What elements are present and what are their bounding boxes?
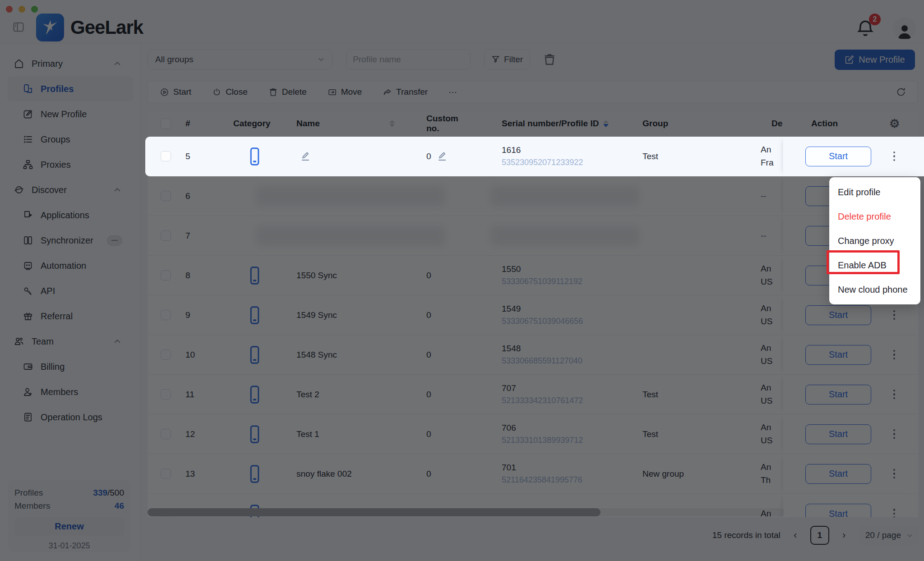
row-number: 5 [175,137,220,176]
app-window: GeeLark 2 Primary Profiles New Profile G… [0,0,924,561]
profile-id: 535230952071233922 [502,157,583,167]
context-menu-item-delete-profile[interactable]: Delete profile [829,204,920,229]
serial-cell: 1616 535230952071233922 [473,137,615,176]
profile-name-cell [287,137,397,176]
table-row[interactable]: 5 0 1616 535230952071233922 Test AnFra S… [148,137,918,176]
group-cell: Test [615,137,744,176]
row-menu-kebab-icon[interactable] [888,150,900,163]
dim-overlay [0,0,924,561]
row-checkbox[interactable] [161,151,171,161]
row-context-menu: Edit profile Delete profile Change proxy… [829,177,920,304]
custom-no-cell: 0 [397,137,473,176]
context-menu-item-edit-profile[interactable]: Edit profile [829,180,920,204]
start-button[interactable]: Start [805,147,871,166]
context-menu-item-new-cloud-phone[interactable]: New cloud phone [829,277,920,302]
phone-icon [249,147,261,166]
device-cell: AnFra [744,137,783,176]
edit-custom-no-icon[interactable] [437,151,448,162]
context-menu-item-change-proxy[interactable]: Change proxy [829,229,920,253]
context-menu-item-enable-adb[interactable]: Enable ADB [829,253,920,277]
action-cell: Start [783,137,918,176]
edit-name-icon[interactable] [300,151,311,162]
